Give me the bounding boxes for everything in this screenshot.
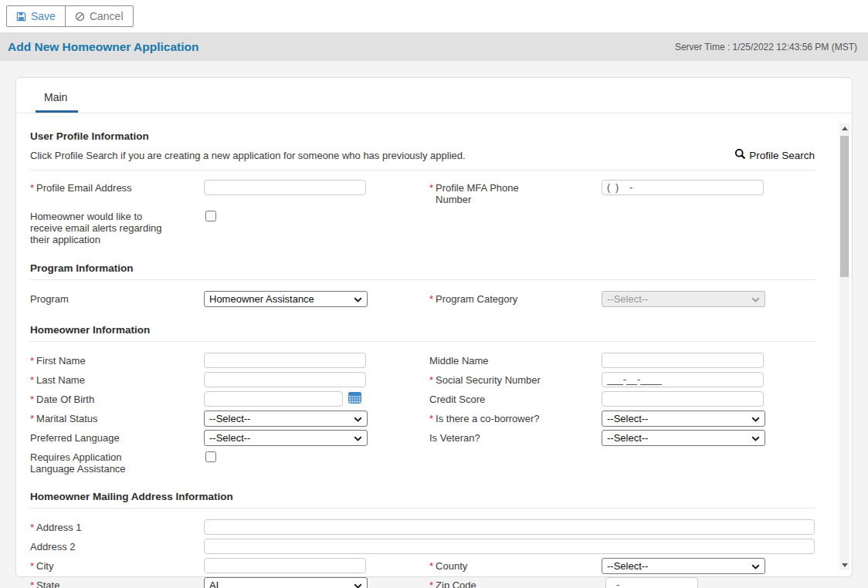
required-marker: *	[30, 374, 34, 386]
profile-mfa-phone-input[interactable]	[602, 180, 764, 195]
page-background: Main User Profile Information Click Prof…	[0, 61, 868, 588]
page-title: Add New Homeowner Application	[8, 40, 198, 54]
veteran-label: Is Veteran?	[429, 430, 602, 444]
email-alerts-checkbox[interactable]	[205, 211, 216, 221]
preferred-language-label: Preferred Language	[30, 430, 204, 444]
required-marker: *	[30, 413, 34, 424]
chevron-down-icon	[751, 413, 760, 424]
county-select-value: --Select--	[607, 560, 648, 572]
save-button[interactable]: Save	[6, 5, 66, 27]
profile-email-input[interactable]	[204, 180, 366, 195]
cancel-button-label: Cancel	[90, 10, 124, 22]
county-select[interactable]: --Select--	[602, 558, 765, 574]
section-title-homeowner: Homeowner Information	[30, 324, 815, 336]
scrollbar-thumb[interactable]	[840, 136, 849, 277]
address1-label: *Address 1	[30, 519, 204, 533]
program-category-select: --Select--	[602, 291, 765, 307]
city-label: *City	[30, 558, 204, 572]
required-marker: *	[30, 394, 34, 405]
profile-search-label: Profile Search	[749, 150, 815, 161]
row-profile-email: *Profile Email Address *Profile MFA Phon…	[30, 180, 815, 206]
row-email-alerts: Homeowner would like to receive email al…	[30, 208, 815, 246]
marital-status-select[interactable]: --Select--	[204, 411, 368, 427]
state-label: *State	[30, 577, 204, 588]
row-language-assistance: Requires Application Language Assistance	[30, 449, 815, 475]
chevron-down-icon	[354, 580, 362, 588]
ssn-label: *Social Security Number	[429, 372, 602, 386]
required-marker: *	[30, 522, 34, 533]
veteran-select[interactable]: --Select--	[602, 430, 765, 446]
row-city-county: *City *County --Select--	[30, 558, 815, 575]
language-assistance-label: Requires Application Language Assistance	[30, 449, 204, 475]
toolbar: Save Cancel	[0, 0, 868, 32]
program-label: Program	[30, 291, 204, 305]
cancel-icon	[75, 12, 85, 22]
state-select-value: AL	[209, 580, 222, 588]
city-input[interactable]	[204, 558, 366, 573]
program-select[interactable]: Homeowner Assistance	[204, 291, 368, 307]
required-marker: *	[429, 374, 433, 386]
program-category-select-value: --Select--	[607, 293, 648, 305]
chevron-down-icon	[751, 560, 760, 572]
required-marker: *	[429, 560, 433, 572]
row-dob-credit: *Date Of Birth Credit Score	[30, 391, 815, 408]
section-title-mailing: Homeowner Mailing Address Information	[30, 491, 815, 502]
save-button-label: Save	[31, 10, 56, 22]
address1-input[interactable]	[204, 519, 815, 535]
required-marker: *	[429, 580, 433, 588]
credit-score-label: Credit Score	[429, 391, 602, 405]
user-profile-description-row: Click Profile Search if you are creating…	[30, 142, 815, 171]
header-bar: Add New Homeowner Application Server Tim…	[0, 32, 868, 61]
chevron-down-icon	[751, 293, 760, 305]
profile-email-label: *Profile Email Address	[30, 180, 204, 194]
preferred-language-select[interactable]: --Select--	[204, 430, 368, 446]
application-form-card: Main User Profile Information Click Prof…	[15, 77, 853, 577]
section-title-program: Program Information	[30, 262, 815, 274]
coborrower-select[interactable]: --Select--	[602, 411, 765, 427]
required-marker: *	[30, 182, 34, 194]
save-icon	[16, 12, 26, 22]
server-time: Server Time : 1/25/2022 12:43:56 PM (MST…	[675, 42, 857, 52]
required-marker: *	[429, 293, 433, 305]
chevron-down-icon	[751, 432, 760, 444]
marital-status-label: *Marital Status	[30, 411, 204, 424]
row-language-veteran: Preferred Language --Select-- Is Veteran…	[30, 430, 815, 447]
vertical-scrollbar[interactable]	[839, 123, 849, 570]
program-select-value: Homeowner Assistance	[209, 293, 314, 305]
scroll-down-arrow-icon[interactable]	[839, 559, 849, 570]
veteran-select-value: --Select--	[607, 432, 648, 444]
zip-label: *Zip Code	[429, 577, 602, 588]
chevron-down-icon	[354, 413, 362, 424]
coborrower-label: *Is there a co-borrower?	[429, 411, 602, 424]
marital-status-select-value: --Select--	[209, 413, 250, 424]
first-name-label: *First Name	[30, 353, 204, 367]
required-marker: *	[429, 413, 433, 424]
dob-label: *Date Of Birth	[30, 391, 204, 405]
section-header-mailing: Homeowner Mailing Address Information	[30, 491, 815, 509]
section-header-homeowner: Homeowner Information	[30, 324, 815, 342]
language-assistance-checkbox[interactable]	[205, 451, 216, 462]
row-state-zip: *State AL *Zip Code	[30, 577, 815, 588]
preferred-language-select-value: --Select--	[209, 432, 250, 444]
row-marital-coborrower: *Marital Status --Select-- *Is there a c…	[30, 411, 815, 427]
cancel-button[interactable]: Cancel	[65, 5, 134, 27]
profile-mfa-label: *Profile MFA Phone Number	[429, 180, 602, 206]
program-category-label: *Program Category	[429, 291, 602, 305]
email-alerts-label: Homeowner would like to receive email al…	[30, 208, 204, 246]
address2-input[interactable]	[204, 539, 815, 554]
coborrower-select-value: --Select--	[607, 413, 648, 424]
first-name-input[interactable]	[204, 353, 366, 368]
ssn-input[interactable]	[602, 372, 764, 387]
profile-search-button[interactable]: Profile Search	[734, 148, 815, 162]
calendar-icon[interactable]	[348, 391, 361, 407]
chevron-down-icon	[354, 293, 362, 305]
state-select[interactable]: AL	[204, 577, 368, 588]
tab-bar: Main	[16, 78, 852, 113]
credit-score-input[interactable]	[602, 391, 764, 407]
scroll-up-arrow-icon[interactable]	[839, 123, 849, 133]
tab-main[interactable]: Main	[36, 91, 78, 113]
dob-input[interactable]	[204, 391, 343, 407]
zip-input[interactable]	[605, 577, 698, 588]
last-name-input[interactable]	[204, 372, 366, 387]
middle-name-input[interactable]	[602, 353, 764, 368]
